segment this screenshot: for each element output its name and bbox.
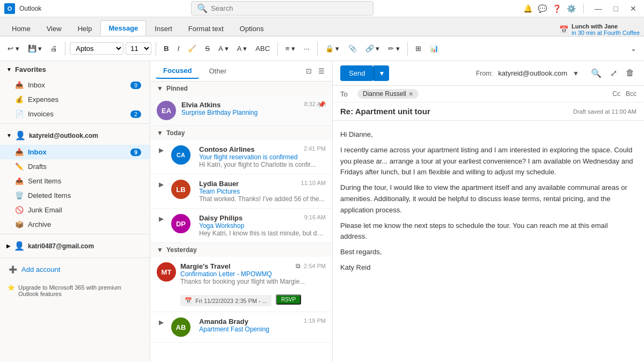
sidebar-item-inbox-main[interactable]: 📥 Inbox 9 xyxy=(0,145,150,159)
sidebar-item-expenses[interactable]: 💰 Expenses xyxy=(0,92,150,107)
tab-other[interactable]: Other xyxy=(201,64,234,78)
account-gmail[interactable]: ▶ 👤 katri0487@gmail.com xyxy=(0,237,150,255)
strikethrough-button[interactable]: S xyxy=(202,42,213,55)
from-dropdown-icon[interactable]: ▼ xyxy=(573,70,579,77)
expand-button[interactable]: ⌄ xyxy=(627,42,640,55)
spellcheck-button[interactable]: ABC xyxy=(252,42,273,55)
to-name-dianne: Dianne Russell xyxy=(363,90,406,98)
mail-item-lydia[interactable]: ▶ LB Lydia Bauer 11:10 AM Team Pictures … xyxy=(150,174,332,209)
bcc-button[interactable]: Bcc xyxy=(626,90,636,98)
sensitivity-button[interactable]: 🔒 ▾ xyxy=(322,42,343,55)
close-button[interactable]: ✕ xyxy=(627,4,640,13)
mail-item-margie[interactable]: MT Margie's Travel ⧉ 2:54 PM Confirmatio… xyxy=(150,257,332,312)
highlight-button[interactable]: A ▾ xyxy=(215,42,232,55)
search-input[interactable] xyxy=(211,4,368,12)
to-chip-dianne[interactable]: Dianne Russell ✕ xyxy=(357,89,419,99)
signature-button[interactable]: ✏ ▾ xyxy=(385,42,403,55)
tab-insert[interactable]: Insert xyxy=(147,21,180,36)
tab-home[interactable]: Home xyxy=(4,21,38,36)
undo-button[interactable]: ↩ ▾ xyxy=(4,42,23,55)
minimize-button[interactable]: — xyxy=(591,4,605,13)
mail-time-contoso: 2:41 PM xyxy=(304,145,326,152)
separator-2 xyxy=(156,42,156,56)
link-button[interactable]: 🔗 ▾ xyxy=(362,42,383,55)
search-bar[interactable]: 🔍 xyxy=(191,1,374,16)
from-label: From: xyxy=(476,70,493,77)
mail-time-daisy: 9:16 AM xyxy=(304,214,326,220)
discard-button[interactable]: 🗑 xyxy=(624,67,636,79)
mail-meta-elvia: Elvia Atkins 8:32 AM xyxy=(181,101,326,109)
from-email: katyreid@outlook.com xyxy=(498,69,567,77)
expand-amanda[interactable]: ▶ xyxy=(157,317,166,327)
compose-actions: 🔍 ⤢ 🗑 xyxy=(589,67,636,79)
zoom-button[interactable]: 🔍 xyxy=(589,67,604,79)
send-button[interactable]: Send xyxy=(340,65,374,81)
mail-item-daisy[interactable]: ▶ DP Daisy Philips 9:16 AM Yoga Workshop… xyxy=(150,209,332,243)
mail-from-amanda: Amanda Brady xyxy=(199,317,248,326)
cc-button[interactable]: Cc xyxy=(612,90,620,98)
attach-button[interactable]: 📎 xyxy=(345,42,360,55)
sidebar-item-junk[interactable]: 🚫 Junk Email xyxy=(0,203,150,217)
maximize-button[interactable]: □ xyxy=(611,4,621,13)
yesterday-expand[interactable]: ▼ xyxy=(157,246,163,254)
table-button[interactable]: ⊞ xyxy=(412,42,425,55)
expand-contoso[interactable]: ▶ xyxy=(157,145,166,155)
italic-button[interactable]: I xyxy=(174,42,183,55)
settings-icon[interactable]: ⚙️ xyxy=(567,4,576,13)
align-button[interactable]: ≡ ▾ xyxy=(282,42,298,55)
separator-5 xyxy=(407,42,408,56)
font-color-button[interactable]: A ▾ xyxy=(234,42,251,55)
tab-view[interactable]: View xyxy=(39,21,69,36)
add-account-button[interactable]: ➕ Add account xyxy=(0,260,150,279)
sidebar-item-deleted[interactable]: 🗑️ Deleted Items xyxy=(0,188,150,203)
sidebar-item-sent[interactable]: 📤 Sent Items xyxy=(0,174,150,188)
tab-options[interactable]: Options xyxy=(232,21,272,36)
mail-item-contoso[interactable]: ▶ CA Contoso Airlines 2:41 PM Your fligh… xyxy=(150,140,332,174)
compose-body[interactable]: Hi Dianne, I recently came across your a… xyxy=(333,121,644,362)
favorites-header[interactable]: ▼ Favorites xyxy=(0,61,150,78)
font-size-select[interactable]: 11 xyxy=(126,42,151,55)
sidebar-item-archive[interactable]: 📦 Archive xyxy=(0,217,150,232)
tab-format-text[interactable]: Format text xyxy=(181,21,231,36)
send-dropdown-button[interactable]: ▼ xyxy=(374,65,389,81)
tab-focused[interactable]: Focused xyxy=(156,63,199,79)
account-outlook[interactable]: ▼ 👤 katyreid@outlook.com xyxy=(0,126,150,145)
chat-icon[interactable]: 💬 xyxy=(538,4,547,13)
expand-mail-icon[interactable]: ⊡ xyxy=(304,65,314,77)
bell-icon[interactable]: 🔔 xyxy=(523,4,532,13)
print-button[interactable]: 🖨 xyxy=(47,42,61,55)
save-button[interactable]: 💾 ▾ xyxy=(25,42,46,55)
eraser-button[interactable]: 🧹 xyxy=(185,42,200,55)
rsvp-button[interactable]: RSVP xyxy=(276,294,301,305)
mail-item-amanda[interactable]: ▶ AB Amanda Brady 1:19 PM Apartment Fast… xyxy=(150,312,332,343)
mail-item-elvia[interactable]: EA Elvia Atkins 8:32 AM Surprise Birthda… xyxy=(150,95,332,126)
to-remove-dianne[interactable]: ✕ xyxy=(408,91,413,98)
chart-button[interactable]: 📊 xyxy=(427,42,442,55)
expenses-icon: 💰 xyxy=(15,95,24,104)
calendar-preview-margie: 📅 Fri 11/22/2023 2:35 PM - ... xyxy=(180,295,272,306)
pinned-expand[interactable]: ▼ xyxy=(157,85,163,92)
sidebar-item-drafts[interactable]: ✏️ Drafts xyxy=(0,159,150,174)
bold-button[interactable]: B xyxy=(160,42,172,55)
expand-daisy[interactable]: ▶ xyxy=(157,214,166,224)
expenses-label: Expenses xyxy=(28,95,58,104)
tab-help[interactable]: Help xyxy=(70,21,100,36)
account-gmail-label: katri0487@gmail.com xyxy=(28,242,94,250)
send-button-group: Send ▼ xyxy=(340,65,389,81)
sidebar-item-invoices[interactable]: 📄 Invoices 2 xyxy=(0,107,150,121)
avatar-lydia: LB xyxy=(171,180,191,199)
help-icon[interactable]: ❓ xyxy=(552,4,561,13)
tab-message[interactable]: Message xyxy=(100,20,146,36)
more-button[interactable]: ··· xyxy=(301,42,313,55)
expand-lydia[interactable]: ▶ xyxy=(157,180,166,189)
mail-meta-lydia: Lydia Bauer 11:10 AM xyxy=(199,180,326,188)
popout-button[interactable]: ⤢ xyxy=(608,67,619,79)
sidebar-item-inbox-fav[interactable]: 📥 Inbox 9 xyxy=(0,78,150,92)
today-expand[interactable]: ▼ xyxy=(157,129,163,137)
pinned-label: Pinned xyxy=(166,85,188,92)
filter-mail-icon[interactable]: ☰ xyxy=(316,65,327,77)
font-family-select[interactable]: Aptos xyxy=(70,42,123,55)
separator-1 xyxy=(65,42,65,56)
mail-time-margie: 2:54 PM xyxy=(304,263,326,269)
favorites-expand-icon: ▼ xyxy=(6,67,12,72)
